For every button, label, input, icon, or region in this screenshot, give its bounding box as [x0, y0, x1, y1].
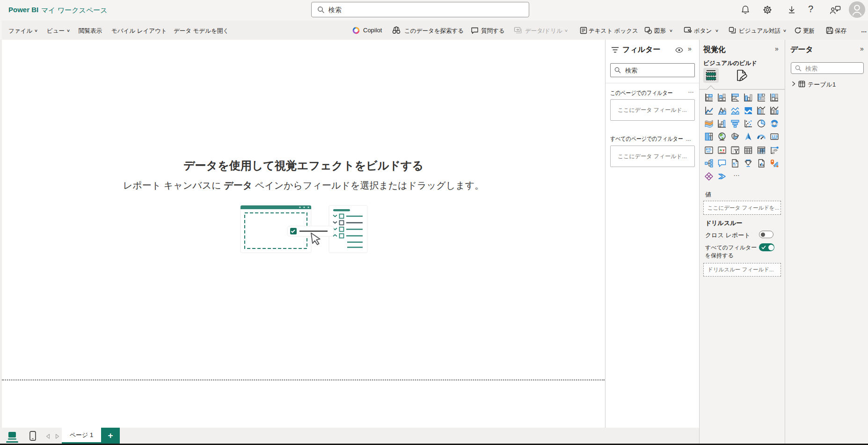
svg-text:123: 123 [771, 134, 778, 139]
